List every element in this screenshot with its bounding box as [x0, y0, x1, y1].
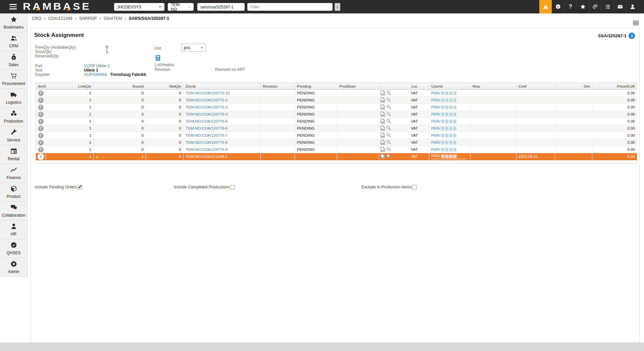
selected-table-row[interactable]: 1110TEM-NO:COA/121349-1SARVATPER/2022.06…: [36, 153, 637, 160]
rambase-logo[interactable]: RAMBASE: [23, 1, 91, 12]
unit-select[interactable]: pcs ▼: [182, 44, 206, 52]
userid-link[interactable]: PER/: [431, 119, 440, 123]
sar-document-icon[interactable]: SAR: [381, 97, 385, 103]
sar-document-icon[interactable]: SAR: [381, 104, 385, 110]
docid-link[interactable]: TEM-NO:COA/120776-5: [186, 119, 228, 123]
messages-icon[interactable]: [614, 0, 626, 13]
table-row[interactable]: 2100TEM-NO:COA/120776-5PENDINGSARVATPER/…: [36, 118, 637, 125]
sidebar-item-qhses[interactable]: QHSES: [0, 239, 28, 258]
breadcrumb-item[interactable]: COA/121349: [48, 16, 72, 21]
magnifier-icon[interactable]: [386, 154, 391, 159]
alerts-icon[interactable]: [539, 0, 552, 13]
userid-link[interactable]: PER/: [431, 133, 440, 137]
column-header-req[interactable]: Req: [470, 83, 516, 90]
userid-link[interactable]: PER/: [431, 105, 440, 109]
include-completed-productions-checkbox[interactable]: [231, 185, 235, 189]
include-completed-productions-toggle[interactable]: Include Completed Productions: [174, 185, 235, 189]
sidebar-item-service[interactable]: Service: [0, 126, 28, 145]
table-row[interactable]: 2100TEM-NO:COA/120776-9PENDINGSARVATPER/…: [36, 146, 637, 153]
sidebar-item-admin[interactable]: Admin: [0, 258, 28, 277]
table-row[interactable]: 2100TEM-NO:COA/120776-6PENDINGSARVATPER/…: [36, 125, 637, 132]
account-icon[interactable]: [626, 0, 639, 13]
part-link[interactable]: 11209 Utleie 1: [84, 63, 110, 68]
notification-badge[interactable]: 3: [629, 33, 635, 39]
table-row[interactable]: 2100TEM-NO:COA/120776-3PENDINGSARVATPER/…: [36, 104, 637, 111]
column-header-price[interactable]: Price/EUR: [592, 83, 637, 90]
docid-link[interactable]: TEM-NO:COA/120776-7: [186, 133, 228, 137]
table-row[interactable]: 2100TEM-NO:COA/120776-4PENDINGSARVATPER/…: [36, 111, 637, 118]
column-header-loc[interactable]: Loc: [400, 83, 429, 90]
calculator-icon[interactable]: [156, 55, 160, 62]
magnifier-icon[interactable]: [386, 90, 391, 96]
sar-document-icon[interactable]: SAR: [381, 147, 385, 152]
magnifier-icon[interactable]: [386, 119, 391, 124]
docid-link[interactable]: TEM-NO:COA/121349-1: [186, 155, 228, 159]
magnifier-icon[interactable]: [386, 140, 391, 145]
sidebar-item-procurement[interactable]: Procurement: [0, 70, 28, 89]
magnifier-icon[interactable]: [386, 112, 391, 117]
sar-document-icon[interactable]: SAR: [381, 133, 385, 138]
help-icon[interactable]: ?: [564, 0, 577, 13]
userid-link[interactable]: PER/: [431, 147, 440, 151]
breadcrumb-item[interactable]: SSAITEM: [103, 16, 122, 21]
column-header-pending[interactable]: Pending: [295, 83, 337, 90]
table-row[interactable]: 2100TEM-NO:COA/120776-2PENDINGSARVATPER/…: [36, 97, 637, 104]
column-header-docid[interactable]: Docid: [184, 83, 261, 90]
userid-link[interactable]: PER/: [431, 112, 440, 116]
approvals-icon[interactable]: [552, 0, 564, 13]
magnifier-icon[interactable]: [386, 97, 391, 103]
sidebar-item-crm[interactable]: CRM: [0, 32, 28, 51]
sar-document-icon[interactable]: SAR: [381, 140, 385, 145]
column-header-prodstart[interactable]: ProdStart: [337, 83, 379, 90]
userid-link[interactable]: PER/: [431, 126, 440, 130]
filter-input[interactable]: [247, 3, 333, 11]
doc-type-select[interactable]: TEM-NO ⌄: [168, 3, 194, 11]
include-pending-orders-toggle[interactable]: Include Pending Orders: [35, 185, 82, 189]
task-list-icon[interactable]: [601, 0, 614, 13]
sar-document-icon[interactable]: SAR: [381, 126, 385, 131]
docid-link[interactable]: TEM-NO:COA/120776-2: [186, 98, 228, 102]
favorites-icon[interactable]: [577, 0, 589, 13]
docid-link[interactable]: TEM-NO:COA/120776-10: [186, 91, 230, 95]
program-search-input[interactable]: [197, 3, 245, 11]
sidebar-item-bookmarks[interactable]: Bookmarks: [0, 13, 28, 32]
userid-link[interactable]: PER/: [431, 91, 440, 95]
sidebar-item-production[interactable]: Production: [0, 107, 28, 126]
sar-document-icon[interactable]: SAR: [381, 154, 385, 160]
context-menu-icon[interactable]: [633, 21, 639, 25]
docid-link[interactable]: TEM-NO:COA/120776-4: [186, 112, 228, 116]
column-header-bound[interactable]: Bound: [94, 83, 146, 90]
sidebar-item-hr[interactable]: HR: [0, 220, 28, 239]
main-menu-icon[interactable]: [9, 4, 17, 9]
column-header-gm[interactable]: Gm: [555, 83, 592, 90]
column-header-linkqty[interactable]: LinkQty: [46, 83, 94, 90]
breadcrumb-item[interactable]: SARPOP: [79, 16, 97, 21]
userid-link[interactable]: PER/: [431, 98, 440, 102]
system-select[interactable]: JHCDEVSYS ▼: [114, 3, 164, 11]
userid-link[interactable]: PER/: [431, 140, 440, 144]
column-header-icons[interactable]: [379, 83, 400, 90]
sidebar-item-collaboration[interactable]: Collaboration: [0, 202, 28, 220]
docid-link[interactable]: TEM-NO:COA/120776-9: [186, 147, 228, 151]
sidebar-item-finance[interactable]: Finance: [0, 164, 28, 183]
attachments-icon[interactable]: [589, 0, 601, 13]
docid-link[interactable]: TEM-NO:COA/120776-6: [186, 126, 228, 130]
column-header-revision[interactable]: Revision: [261, 83, 295, 90]
sidebar-item-rental[interactable]: $Rental: [0, 145, 28, 164]
sidebar-item-product[interactable]: Product: [0, 183, 28, 202]
column-header-itmst[interactable]: ItmSt: [36, 83, 46, 90]
userid-link[interactable]: PER/: [431, 154, 440, 158]
table-row[interactable]: 2100TEM-NO:COA/120776-8PENDINGSARVATPER/…: [36, 139, 637, 146]
include-pending-orders-checkbox[interactable]: [78, 185, 82, 189]
exclude-in-production-items-toggle[interactable]: Exclude In Production Items: [361, 185, 416, 189]
exclude-in-production-items-checkbox[interactable]: [412, 185, 416, 189]
docid-link[interactable]: TEM-NO:COA/120776-8: [186, 140, 228, 144]
sidebar-item-sales[interactable]: $Sales: [0, 51, 28, 70]
collapse-search-button[interactable]: ‹: [335, 3, 340, 11]
docid-link[interactable]: TEM-NO:COA/120776-3: [186, 105, 228, 109]
magnifier-icon[interactable]: [386, 104, 391, 110]
supplier-link[interactable]: SUP/100444: [84, 72, 107, 77]
magnifier-icon[interactable]: [386, 147, 391, 152]
table-row[interactable]: 2100TEM-NO:COA/120776-7PENDINGSARVATPER/…: [36, 132, 637, 139]
magnifier-icon[interactable]: [386, 133, 391, 138]
